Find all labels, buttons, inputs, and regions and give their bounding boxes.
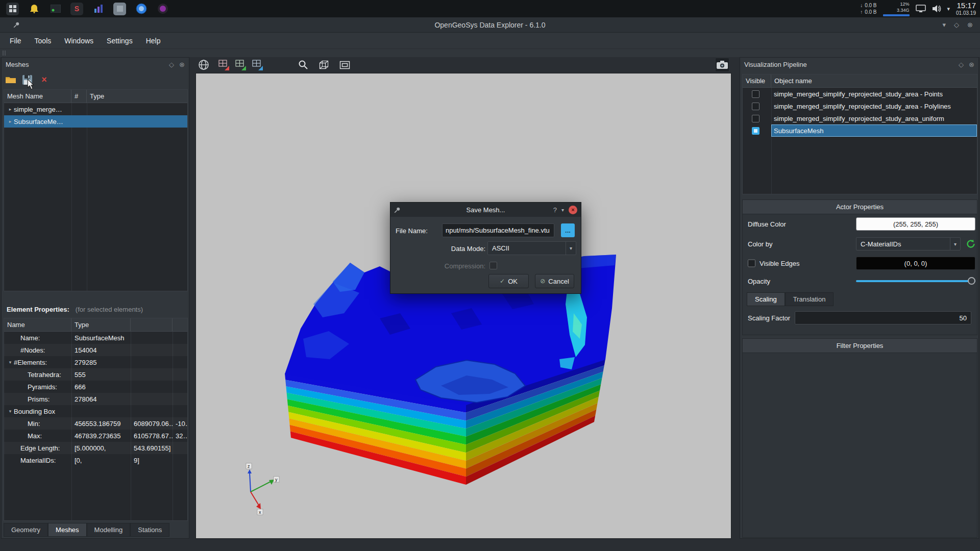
remove-mesh-button[interactable]: ×	[37, 73, 51, 86]
add-mesh-element-button[interactable]	[233, 58, 248, 72]
globe-button[interactable]	[197, 58, 211, 72]
property-row[interactable]: #Nodes:154004	[4, 344, 187, 356]
compression-checkbox[interactable]	[489, 262, 497, 269]
tab-meshes[interactable]: Meshes	[48, 523, 87, 537]
tab-stations[interactable]: Stations	[130, 523, 169, 537]
data-mode-value: ASCII	[492, 244, 509, 252]
open-file-button[interactable]	[4, 73, 17, 86]
system-stats[interactable]: 12% 3.34G	[883, 1, 910, 16]
remove-mesh-element-button[interactable]	[216, 58, 231, 72]
close-dock-icon[interactable]: ⊗	[969, 61, 974, 68]
toolbar-handle[interactable]	[3, 51, 6, 56]
property-row[interactable]: Edge Length:[5.000000,543.690155]	[4, 442, 187, 454]
expander-icon[interactable]: ▸	[7, 107, 14, 112]
property-value: 9]	[131, 454, 173, 466]
color-by-select[interactable]: C-MaterialIDs ▾	[856, 237, 961, 251]
visibility-checkbox[interactable]	[752, 127, 760, 135]
menubar: FileToolsWindowsSettingsHelp	[0, 33, 980, 49]
pipeline-row[interactable]: SubsurfaceMesh	[743, 124, 977, 137]
ok-button[interactable]: ✓OK	[488, 274, 529, 288]
pipeline-row[interactable]: simple_merged_simplify_reprojected_study…	[743, 112, 977, 124]
zoom-button[interactable]	[296, 58, 310, 72]
property-row[interactable]: Prisms:278064	[4, 393, 187, 405]
memory-usage: 3.34G	[883, 7, 910, 13]
property-row[interactable]: Tetrahedra:555	[4, 368, 187, 381]
menu-file[interactable]: File	[3, 34, 28, 47]
app-launcher-icon[interactable]	[6, 3, 19, 15]
clock[interactable]: 15:17 01.03.19	[956, 2, 976, 16]
screenshot-button[interactable]	[715, 58, 729, 72]
mesh-tree-row[interactable]: ▸simple_merge…	[4, 103, 187, 115]
pipeline-dock-header[interactable]: Visualization Pipeline ◇ ⊗	[740, 58, 978, 71]
property-value	[131, 368, 173, 381]
terminal-app-icon[interactable]	[49, 3, 62, 15]
data-mode-select[interactable]: ASCII ▾	[487, 241, 576, 255]
remove-x-icon: ×	[41, 75, 47, 84]
window-titlebar[interactable]: OpenGeoSys Data Explorer - 6.1.0 ▾ ◇ ⊗	[0, 17, 980, 33]
refresh-colors-button[interactable]	[966, 239, 976, 249]
property-row[interactable]: Max:467839.2736356105778.67…32…	[4, 430, 187, 442]
s-app-icon[interactable]: S	[70, 3, 83, 15]
opacity-slider[interactable]	[856, 277, 975, 285]
show-all-button[interactable]	[316, 58, 331, 72]
menu-settings[interactable]: Settings	[100, 34, 139, 47]
dialog-titlebar[interactable]: Save Mesh... ? ▾ ×	[390, 203, 581, 217]
close-dialog-button[interactable]: ×	[569, 206, 577, 214]
convert-mesh-button[interactable]	[250, 58, 264, 72]
diffuse-color-button[interactable]: (255, 255, 255)	[856, 217, 975, 231]
mesh-tree-row[interactable]: ▸SubsurfaceMe…	[4, 115, 187, 128]
help-button[interactable]: ?	[553, 206, 557, 214]
volume-icon[interactable]	[932, 5, 941, 13]
float-dock-icon[interactable]: ◇	[169, 61, 174, 68]
close-window-icon[interactable]: ⊗	[967, 21, 973, 29]
notifications-icon[interactable]	[28, 3, 40, 15]
pin-icon[interactable]	[13, 21, 20, 28]
files-app-icon[interactable]	[113, 3, 126, 15]
browser-app-icon[interactable]	[135, 3, 148, 15]
tab-translation[interactable]: Translation	[785, 292, 834, 306]
column-header: Name	[4, 318, 71, 331]
menu-windows[interactable]: Windows	[58, 34, 100, 47]
render-viewport[interactable]: z y x	[195, 73, 731, 539]
shade-dialog-icon[interactable]: ▾	[561, 207, 564, 213]
expander-icon[interactable]: ▾	[7, 360, 14, 365]
property-row[interactable]: Name:SubsurfaceMesh	[4, 332, 187, 344]
tab-scaling[interactable]: Scaling	[747, 292, 785, 306]
close-dock-icon[interactable]: ⊗	[179, 61, 185, 68]
property-value: 6105778.67…	[131, 430, 173, 442]
pipeline-row[interactable]: simple_merged_simplify_reprojected_study…	[743, 88, 977, 100]
property-row[interactable]: ▾Bounding Box	[4, 405, 187, 417]
menu-tools[interactable]: Tools	[28, 34, 58, 47]
property-row[interactable]: MaterialIDs:[0,9]	[4, 454, 187, 466]
tray-expand-icon[interactable]: ▾	[947, 6, 950, 12]
mesh-table-header: Mesh Name#Type	[4, 90, 187, 103]
media-app-icon[interactable]	[156, 3, 169, 15]
visibility-checkbox[interactable]	[752, 103, 760, 110]
pipeline-row[interactable]: simple_merged_simplify_reprojected_study…	[743, 100, 977, 112]
maximize-window-icon[interactable]: ◇	[954, 21, 959, 29]
meshes-dock-header[interactable]: Meshes ◇ ⊗	[2, 58, 189, 71]
tab-geometry[interactable]: Geometry	[4, 523, 48, 537]
display-icon[interactable]	[916, 5, 926, 13]
cancel-button[interactable]: ⊘Cancel	[535, 274, 574, 288]
browse-button[interactable]: ...	[561, 223, 575, 237]
float-dock-icon[interactable]: ◇	[959, 61, 964, 68]
bounding-box-button[interactable]	[337, 58, 352, 72]
property-row[interactable]: ▾#Elements:279285	[4, 356, 187, 368]
file-name-input[interactable]: nput/msh/SubsurfaceMesh_fine.vtu	[442, 223, 554, 237]
shade-window-icon[interactable]: ▾	[943, 21, 946, 29]
visible-edges-checkbox[interactable]	[748, 260, 755, 267]
edge-color-button[interactable]: (0, 0, 0)	[856, 257, 975, 270]
network-monitor[interactable]: ↓↑ 0.0 B0.0 B	[860, 2, 876, 15]
slider-handle[interactable]	[968, 277, 975, 285]
expander-icon[interactable]: ▾	[7, 409, 14, 414]
property-row[interactable]: Pyramids:666	[4, 381, 187, 393]
visibility-checkbox[interactable]	[752, 90, 760, 98]
scaling-factor-input[interactable]: 50	[795, 311, 971, 324]
visibility-checkbox[interactable]	[752, 115, 760, 122]
menu-help[interactable]: Help	[139, 34, 167, 47]
property-row[interactable]: Min:456553.1867596089079.06…-10…	[4, 417, 187, 430]
expander-icon[interactable]: ▸	[7, 119, 14, 124]
chart-app-icon[interactable]	[92, 3, 105, 15]
tab-modelling[interactable]: Modelling	[87, 523, 131, 537]
